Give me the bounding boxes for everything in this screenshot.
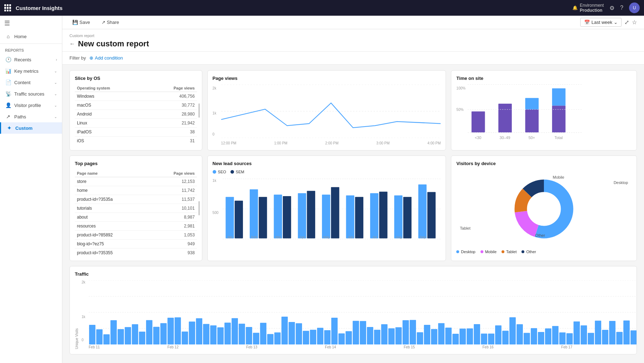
table-row: product-id=?858921,053 <box>75 231 197 240</box>
table-row: resources2,981 <box>75 222 197 231</box>
table-row: blog-id=?ez75949 <box>75 240 197 249</box>
svg-rect-61 <box>118 329 124 344</box>
svg-rect-72 <box>196 318 202 344</box>
settings-icon[interactable]: ⚙ <box>609 5 614 11</box>
save-button[interactable]: 💾 Save <box>69 18 93 26</box>
desktop-legend-dot <box>456 250 459 253</box>
svg-rect-71 <box>189 322 195 344</box>
sidebar-toggle-icon[interactable]: ☰ <box>4 19 10 27</box>
svg-rect-121 <box>545 328 551 344</box>
device-legend: Desktop Mobile Tablet Other <box>456 250 632 254</box>
svg-rect-28 <box>331 187 339 239</box>
table-row: about8,987 <box>75 213 197 222</box>
new-lead-sources-card: New lead sources SEO SEM 1k 500 <box>207 155 446 261</box>
new-lead-chart: 1k 500 <box>213 177 441 248</box>
svg-text:May: May <box>323 235 329 239</box>
bookmark-icon[interactable]: ☆ <box>632 19 637 26</box>
apps-grid-icon[interactable] <box>4 4 11 11</box>
svg-rect-68 <box>167 318 174 344</box>
content-icon: 📄 <box>5 80 11 85</box>
svg-text:50+: 50+ <box>529 136 535 140</box>
svg-rect-103 <box>417 332 423 344</box>
date-range-selector[interactable]: 📅 Last week ⌄ <box>580 18 622 27</box>
recents-icon: 🕐 <box>5 57 11 62</box>
expand-icon[interactable]: ⤢ <box>624 19 629 26</box>
key-metrics-chevron: ⌄ <box>54 69 57 73</box>
other-device-label: Other <box>535 233 545 237</box>
views-col-header: Page views <box>147 85 197 92</box>
svg-rect-118 <box>524 333 530 344</box>
seo-dot <box>213 170 216 174</box>
svg-rect-25 <box>298 193 306 239</box>
mobile-legend: Mobile <box>481 250 497 254</box>
sidebar-item-recents[interactable]: 🕐 Recents › <box>0 54 62 65</box>
svg-rect-34 <box>403 197 411 238</box>
sidebar-item-key-metrics[interactable]: 📊 Key metrics ⌄ <box>0 65 62 77</box>
svg-rect-110 <box>467 328 473 344</box>
pages-data-table: store12,153home11,742product-id=?3535a11… <box>75 177 197 256</box>
svg-rect-116 <box>509 317 516 344</box>
toolbar: 💾 Save ↗ Share 📅 Last week ⌄ ⤢ ☆ <box>62 16 644 29</box>
svg-rect-97 <box>374 330 380 344</box>
sidebar-item-custom[interactable]: ✦ Custom <box>0 122 62 134</box>
table-row: Android28,980 <box>75 110 197 119</box>
svg-rect-109 <box>459 329 466 344</box>
svg-rect-115 <box>502 331 509 344</box>
slice-by-os-title: Slice by OS <box>75 76 197 81</box>
tablet-device-label: Tablet <box>460 226 470 230</box>
svg-rect-90 <box>324 330 331 344</box>
sidebar-reports-group: Reports <box>0 45 62 54</box>
pages-table-scroll[interactable]: store12,153home11,742product-id=?3535a11… <box>75 177 197 256</box>
filter-by-label: Filter by <box>69 55 86 61</box>
svg-text:Jun: Jun <box>348 235 353 239</box>
dashboard: Slice by OS Operating system Page views … <box>62 65 644 363</box>
svg-rect-101 <box>402 320 409 344</box>
svg-rect-98 <box>381 324 388 344</box>
sidebar-item-paths[interactable]: ↗ Paths ⌄ <box>0 111 62 122</box>
top-pages-card: Top pages Page name Page views store12,1… <box>69 155 202 261</box>
svg-rect-59 <box>103 334 110 344</box>
key-metrics-icon: 📊 <box>5 68 11 74</box>
traffic-chart-container: Unique Visits 2k 1k 0 /* ba <box>75 280 632 349</box>
svg-rect-65 <box>146 320 152 344</box>
os-table: Operating system Page views <box>75 85 197 92</box>
custom-icon: ✦ <box>6 125 12 131</box>
table-row: Windows406,756 <box>75 92 197 101</box>
svg-rect-75 <box>217 327 224 344</box>
os-table-scroll[interactable]: Windows406,756macOS30,772Android28,980Li… <box>75 92 197 145</box>
share-icon: ↗ <box>102 20 105 25</box>
sidebar-item-content[interactable]: 📄 Content ⌄ <box>0 77 62 88</box>
user-avatar[interactable]: U <box>629 2 640 13</box>
other-legend: Other <box>521 250 536 254</box>
page-views-chart: 2k 1k 0 12:00 PM 1:00 P <box>213 85 441 145</box>
help-icon[interactable]: ? <box>620 5 623 11</box>
add-condition-button[interactable]: ⊕ Add condition <box>89 55 123 61</box>
table-row: iPadOS38 <box>75 128 197 137</box>
save-icon: 💾 <box>72 20 78 25</box>
traffic-sources-chevron: ⌄ <box>54 92 57 96</box>
sidebar-item-traffic-sources[interactable]: 📡 Traffic sources ⌄ <box>0 88 62 99</box>
time-on-site-card: Time on site 100% 50% <box>451 70 637 150</box>
table-row: macOS30,772 <box>75 101 197 110</box>
table-row: product-id=?35355938 <box>75 249 197 256</box>
app-title: Customer Insights <box>16 5 63 11</box>
pages-table-header: Page name Page views <box>75 170 197 177</box>
sidebar-header: ☰ <box>0 16 62 31</box>
back-button[interactable]: ← <box>69 41 75 47</box>
y-max-label: 2k <box>213 86 217 90</box>
svg-rect-87 <box>303 331 309 344</box>
svg-rect-7 <box>552 106 566 132</box>
svg-rect-5 <box>525 109 539 133</box>
sidebar-item-home[interactable]: ⌂ Home <box>0 31 62 42</box>
svg-rect-60 <box>110 320 117 344</box>
share-button[interactable]: ↗ Share <box>99 18 122 26</box>
svg-rect-79 <box>246 327 252 344</box>
seo-legend: SEO <box>213 170 226 174</box>
svg-rect-86 <box>296 323 302 344</box>
pages-scroll-indicator <box>198 201 200 215</box>
svg-text:Mar: Mar <box>275 235 281 239</box>
sidebar-item-visitor-profile[interactable]: 👤 Visitor profile ⌄ <box>0 99 62 111</box>
y-min-label: 0 <box>213 132 215 136</box>
visitors-by-device-title: Visitors by device <box>456 161 632 166</box>
bell-icon: 🔔 <box>572 5 578 10</box>
